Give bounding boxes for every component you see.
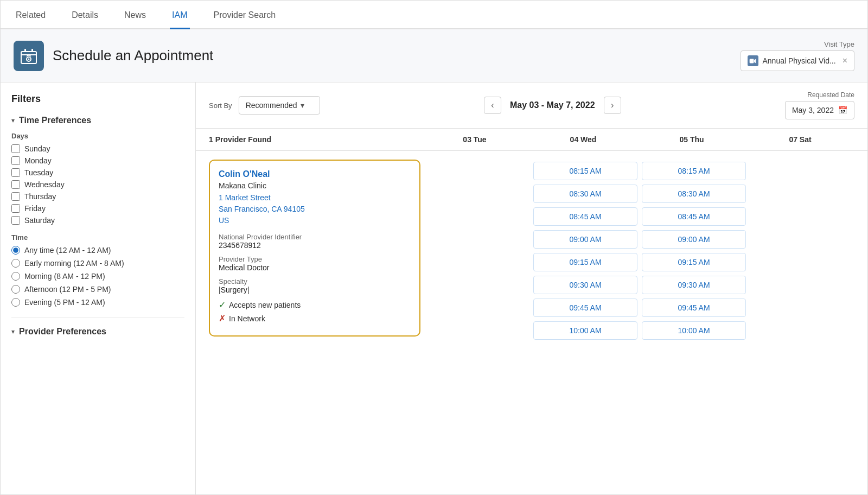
sort-section: Sort By Recommended ▾ xyxy=(209,96,320,115)
visit-type-close-button[interactable]: × xyxy=(843,56,847,66)
tab-related[interactable]: Related xyxy=(14,1,48,29)
time-slot-wed-0[interactable]: 08:15 AM xyxy=(533,162,637,180)
time-morning-radio[interactable] xyxy=(11,272,20,281)
filter-divider xyxy=(11,318,184,318)
time-slot-thu-1[interactable]: 08:30 AM xyxy=(642,185,746,203)
time-early-morning[interactable]: Early morning (12 AM - 8 AM) xyxy=(11,259,184,268)
requested-date-label: Requested Date xyxy=(807,91,854,99)
address-line3: US xyxy=(219,216,229,225)
day-tuesday-label: Tuesday xyxy=(24,168,53,177)
time-preferences-title: Time Preferences xyxy=(19,116,91,125)
day-thursday-label: Thursday xyxy=(24,192,56,201)
tab-iam[interactable]: IAM xyxy=(170,1,189,29)
provider-address[interactable]: 1 Market Street San Francisco, CA 94105 … xyxy=(219,192,411,226)
provider-type-value: Medical Doctor xyxy=(219,263,411,272)
npi-label: National Provider Identifier xyxy=(219,233,411,241)
time-any[interactable]: Any time (12 AM - 12 AM) xyxy=(11,246,184,255)
time-slot-thu-3[interactable]: 09:00 AM xyxy=(642,230,746,249)
time-slot-thu-5[interactable]: 09:30 AM xyxy=(642,276,746,294)
time-evening[interactable]: Evening (5 PM - 12 AM) xyxy=(11,298,184,307)
time-afternoon[interactable]: Afternoon (12 PM - 5 PM) xyxy=(11,285,184,294)
day-monday-label: Monday xyxy=(24,156,52,165)
day-wednesday-checkbox[interactable] xyxy=(11,180,20,189)
time-slots-sat xyxy=(750,160,854,162)
day-wednesday-label: Wednesday xyxy=(24,180,65,189)
provider-preferences-header[interactable]: ▾ Provider Preferences xyxy=(11,327,184,337)
sort-select-dropdown[interactable]: Recommended ▾ xyxy=(239,96,320,115)
time-evening-radio[interactable] xyxy=(11,298,20,307)
time-early-morning-radio[interactable] xyxy=(11,259,20,268)
time-any-radio[interactable] xyxy=(11,246,20,255)
filters-sidebar: Filters ▾ Time Preferences Days Sunday M… xyxy=(1,82,196,494)
day-saturday[interactable]: Saturday xyxy=(11,216,184,225)
day-tuesday[interactable]: Tuesday xyxy=(11,168,184,177)
day-friday[interactable]: Friday xyxy=(11,204,184,213)
time-slot-wed-1[interactable]: 08:30 AM xyxy=(533,185,637,203)
col-tue: 03 Tue xyxy=(420,135,529,144)
time-subsection-label: Time xyxy=(11,233,184,242)
visit-type-label: Visit Type xyxy=(824,40,854,48)
sort-by-label: Sort By xyxy=(209,101,232,110)
time-slot-wed-3[interactable]: 09:00 AM xyxy=(533,230,637,249)
time-preferences-header[interactable]: ▾ Time Preferences xyxy=(11,116,184,125)
visit-type-chip[interactable]: Annual Physical Vid... × xyxy=(741,50,855,71)
in-network-status: ✗ In Network xyxy=(219,313,411,323)
time-slot-wed-2[interactable]: 08:45 AM xyxy=(533,207,637,226)
time-slot-wed-6[interactable]: 09:45 AM xyxy=(533,299,637,317)
day-friday-checkbox[interactable] xyxy=(11,204,20,213)
accepts-new-patients-label: Accepts new patients xyxy=(229,301,301,309)
day-wednesday[interactable]: Wednesday xyxy=(11,180,184,189)
table-row: Colin O'Neal Makana Clinic 1 Market Stre… xyxy=(209,160,854,340)
calendar-camera-icon xyxy=(20,47,37,65)
requested-date-value: May 3, 2022 xyxy=(792,106,834,115)
col-wed: 04 Wed xyxy=(529,135,637,144)
tab-details[interactable]: Details xyxy=(69,1,100,29)
day-sunday-checkbox[interactable] xyxy=(11,144,20,153)
time-morning-label: Morning (8 AM - 12 PM) xyxy=(24,272,105,281)
time-slot-wed-4[interactable]: 09:15 AM xyxy=(533,253,637,271)
visit-type-value: Annual Physical Vid... xyxy=(763,56,836,65)
time-slot-thu-6[interactable]: 09:45 AM xyxy=(642,299,746,317)
day-sunday[interactable]: Sunday xyxy=(11,144,184,153)
time-slot-thu-2[interactable]: 08:45 AM xyxy=(642,207,746,226)
time-slots-tue xyxy=(425,160,529,162)
date-range-display: May 03 - May 7, 2022 xyxy=(510,100,595,110)
provider-type-label: Provider Type xyxy=(219,255,411,263)
calendar-icon: 📅 xyxy=(838,106,847,115)
time-slot-thu-4[interactable]: 09:15 AM xyxy=(642,253,746,271)
visit-type-icon xyxy=(748,55,758,66)
tab-provider-search[interactable]: Provider Search xyxy=(212,1,278,29)
provider-npi-section: National Provider Identifier 2345678912 xyxy=(219,233,411,250)
main-content: Filters ▾ Time Preferences Days Sunday M… xyxy=(1,82,867,494)
specialty-label: Specialty xyxy=(219,277,411,285)
time-morning[interactable]: Morning (8 AM - 12 PM) xyxy=(11,272,184,281)
requested-date-input[interactable]: May 3, 2022 📅 xyxy=(785,101,854,119)
tab-news[interactable]: News xyxy=(122,1,148,29)
svg-rect-5 xyxy=(750,59,754,63)
time-slot-wed-5[interactable]: 09:30 AM xyxy=(533,276,637,294)
day-thursday-checkbox[interactable] xyxy=(11,192,20,201)
date-next-button[interactable]: › xyxy=(604,97,621,114)
time-slot-wed-7[interactable]: 10:00 AM xyxy=(533,321,637,340)
header-left: Schedule an Appointment xyxy=(14,41,213,71)
time-slot-thu-7[interactable]: 10:00 AM xyxy=(642,321,746,340)
requested-date-section: Requested Date May 3, 2022 📅 xyxy=(785,91,854,119)
time-slot-thu-0[interactable]: 08:15 AM xyxy=(642,162,746,180)
time-afternoon-radio[interactable] xyxy=(11,285,20,294)
header-icon xyxy=(14,41,44,71)
time-afternoon-label: Afternoon (12 PM - 5 PM) xyxy=(24,285,111,294)
in-network-label: In Network xyxy=(229,314,265,323)
sort-dropdown-arrow-icon: ▾ xyxy=(301,101,304,110)
time-preferences-chevron: ▾ xyxy=(11,117,15,124)
day-thursday[interactable]: Thursday xyxy=(11,192,184,201)
day-monday-checkbox[interactable] xyxy=(11,156,20,165)
provider-card: Colin O'Neal Makana Clinic 1 Market Stre… xyxy=(209,160,420,337)
time-evening-label: Evening (5 PM - 12 AM) xyxy=(24,298,105,307)
date-prev-button[interactable]: ‹ xyxy=(484,97,501,114)
day-tuesday-checkbox[interactable] xyxy=(11,168,20,177)
time-early-morning-label: Early morning (12 AM - 8 AM) xyxy=(24,259,124,268)
provider-name[interactable]: Colin O'Neal xyxy=(219,169,411,179)
date-navigation: ‹ May 03 - May 7, 2022 › xyxy=(484,97,621,114)
day-saturday-checkbox[interactable] xyxy=(11,216,20,225)
day-monday[interactable]: Monday xyxy=(11,156,184,165)
